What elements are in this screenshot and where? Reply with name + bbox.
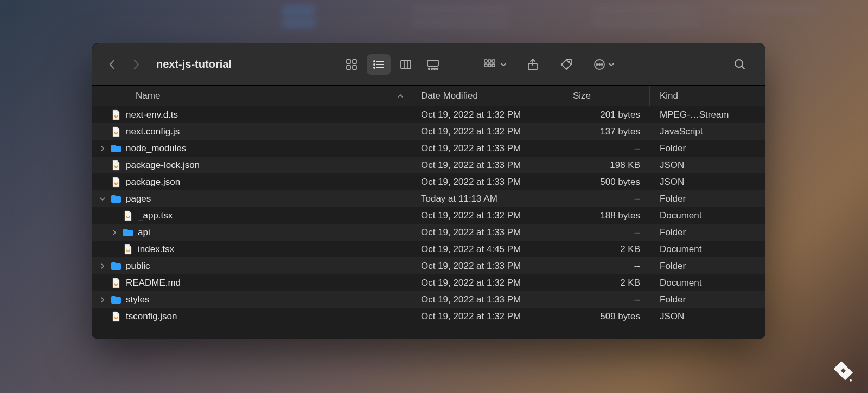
file-kind: JSON bbox=[650, 177, 765, 188]
disclosure-triangle-icon bbox=[99, 162, 106, 169]
svg-rect-13 bbox=[427, 60, 438, 66]
file-row[interactable]: package-lock.jsonOct 19, 2022 at 1:33 PM… bbox=[92, 157, 765, 173]
file-date: Oct 19, 2022 at 1:32 PM bbox=[411, 210, 563, 221]
file-row[interactable]: apiOct 19, 2022 at 1:33 PM--Folder bbox=[92, 224, 765, 241]
file-size: -- bbox=[563, 294, 650, 305]
file-icon bbox=[111, 177, 122, 188]
file-row[interactable]: index.tsxOct 19, 2022 at 4:45 PM2 KBDocu… bbox=[92, 241, 765, 257]
search-button[interactable] bbox=[728, 54, 752, 75]
disclosure-triangle-icon[interactable] bbox=[99, 262, 106, 270]
file-row[interactable]: tsconfig.jsonOct 19, 2022 at 1:32 PM509 … bbox=[92, 308, 765, 325]
svg-point-28 bbox=[599, 63, 600, 65]
file-icon bbox=[111, 160, 122, 171]
file-date: Oct 19, 2022 at 1:33 PM bbox=[411, 160, 563, 171]
file-row[interactable]: publicOct 19, 2022 at 1:33 PM--Folder bbox=[92, 257, 765, 274]
file-kind: Folder bbox=[650, 194, 765, 204]
file-size: 2 KB bbox=[563, 278, 650, 288]
action-menu-button[interactable] bbox=[588, 54, 620, 75]
file-date: Oct 19, 2022 at 1:33 PM bbox=[411, 261, 563, 272]
svg-point-14 bbox=[429, 68, 430, 69]
file-kind: Folder bbox=[650, 143, 765, 154]
svg-rect-0 bbox=[347, 60, 350, 63]
file-kind: Document bbox=[650, 244, 765, 255]
file-name: tsconfig.json bbox=[126, 311, 177, 322]
file-size: 201 bytes bbox=[563, 109, 650, 120]
folder-icon bbox=[111, 261, 122, 272]
disclosure-triangle-icon[interactable] bbox=[99, 195, 106, 203]
svg-rect-19 bbox=[488, 60, 491, 62]
file-size: 2 KB bbox=[563, 244, 650, 255]
file-row[interactable]: next-env.d.tsOct 19, 2022 at 1:32 PM201 … bbox=[92, 106, 765, 123]
file-kind: Document bbox=[650, 278, 765, 288]
svg-rect-2 bbox=[347, 66, 350, 69]
disclosure-triangle-icon bbox=[111, 212, 118, 220]
svg-rect-23 bbox=[492, 64, 495, 67]
file-row[interactable]: pagesToday at 11:13 AM--Folder bbox=[92, 190, 765, 207]
svg-rect-21 bbox=[484, 64, 487, 67]
view-icons-button[interactable] bbox=[340, 54, 363, 75]
disclosure-triangle-icon bbox=[99, 128, 106, 136]
file-size: -- bbox=[563, 261, 650, 272]
file-date: Oct 19, 2022 at 1:33 PM bbox=[411, 294, 563, 305]
svg-rect-22 bbox=[488, 64, 491, 67]
back-button[interactable] bbox=[105, 57, 119, 72]
file-icon bbox=[111, 109, 122, 120]
column-headers: Name Date Modified Size Kind bbox=[92, 86, 765, 106]
view-gallery-button[interactable] bbox=[421, 54, 445, 75]
file-date: Today at 11:13 AM bbox=[411, 194, 563, 204]
file-size: 500 bytes bbox=[563, 177, 650, 188]
header-size[interactable]: Size bbox=[563, 86, 650, 106]
forward-button[interactable] bbox=[129, 57, 143, 72]
disclosure-triangle-icon bbox=[99, 178, 106, 186]
disclosure-triangle-icon bbox=[99, 313, 106, 320]
finder-window: next-js-tutorial bbox=[92, 43, 765, 339]
file-row[interactable]: node_modulesOct 19, 2022 at 1:33 PM--Fol… bbox=[92, 140, 765, 157]
disclosure-triangle-icon[interactable] bbox=[99, 145, 106, 152]
disclosure-triangle-icon bbox=[99, 111, 106, 119]
disclosure-triangle-icon[interactable] bbox=[99, 296, 106, 304]
file-size: -- bbox=[563, 143, 650, 154]
folder-icon bbox=[111, 194, 122, 204]
header-kind[interactable]: Kind bbox=[650, 86, 765, 106]
file-row[interactable]: package.jsonOct 19, 2022 at 1:33 PM500 b… bbox=[92, 173, 765, 190]
svg-point-7 bbox=[374, 61, 375, 62]
disclosure-triangle-icon[interactable] bbox=[111, 229, 118, 236]
tag-button[interactable] bbox=[554, 54, 578, 75]
file-icon bbox=[123, 244, 133, 255]
file-size: -- bbox=[563, 194, 650, 204]
svg-point-8 bbox=[374, 64, 375, 65]
file-date: Oct 19, 2022 at 1:33 PM bbox=[411, 143, 563, 154]
header-name-label: Name bbox=[136, 91, 160, 101]
file-row[interactable]: stylesOct 19, 2022 at 1:33 PM--Folder bbox=[92, 291, 765, 308]
svg-rect-3 bbox=[353, 66, 356, 69]
file-size: 198 KB bbox=[563, 160, 650, 171]
view-list-button[interactable] bbox=[367, 54, 391, 75]
file-size: 188 bytes bbox=[563, 210, 650, 221]
file-kind: Folder bbox=[650, 261, 765, 272]
file-row[interactable]: next.config.jsOct 19, 2022 at 1:32 PM137… bbox=[92, 123, 765, 140]
svg-rect-10 bbox=[401, 60, 411, 69]
svg-rect-18 bbox=[484, 60, 487, 62]
share-button[interactable] bbox=[521, 54, 545, 75]
view-columns-button[interactable] bbox=[394, 54, 418, 75]
folder-icon bbox=[123, 227, 133, 238]
header-date[interactable]: Date Modified bbox=[411, 86, 563, 106]
file-size: -- bbox=[563, 227, 650, 238]
file-name: public bbox=[126, 261, 150, 272]
folder-icon bbox=[111, 294, 122, 305]
group-by-button[interactable] bbox=[480, 54, 511, 75]
svg-point-32 bbox=[850, 379, 852, 382]
file-name: package-lock.json bbox=[126, 160, 200, 171]
file-row[interactable]: _app.tsxOct 19, 2022 at 1:32 PM188 bytes… bbox=[92, 207, 765, 224]
file-date: Oct 19, 2022 at 1:32 PM bbox=[411, 311, 563, 322]
file-row[interactable]: README.mdOct 19, 2022 at 1:32 PM2 KBDocu… bbox=[92, 274, 765, 291]
file-name: README.md bbox=[126, 278, 181, 288]
file-icon bbox=[123, 210, 133, 221]
file-date: Oct 19, 2022 at 1:33 PM bbox=[411, 177, 563, 188]
svg-point-27 bbox=[597, 63, 598, 65]
file-name: _app.tsx bbox=[138, 210, 173, 221]
svg-rect-1 bbox=[353, 60, 356, 63]
header-name[interactable]: Name bbox=[92, 86, 411, 106]
file-date: Oct 19, 2022 at 1:32 PM bbox=[411, 126, 563, 137]
file-date: Oct 19, 2022 at 1:33 PM bbox=[411, 227, 563, 238]
